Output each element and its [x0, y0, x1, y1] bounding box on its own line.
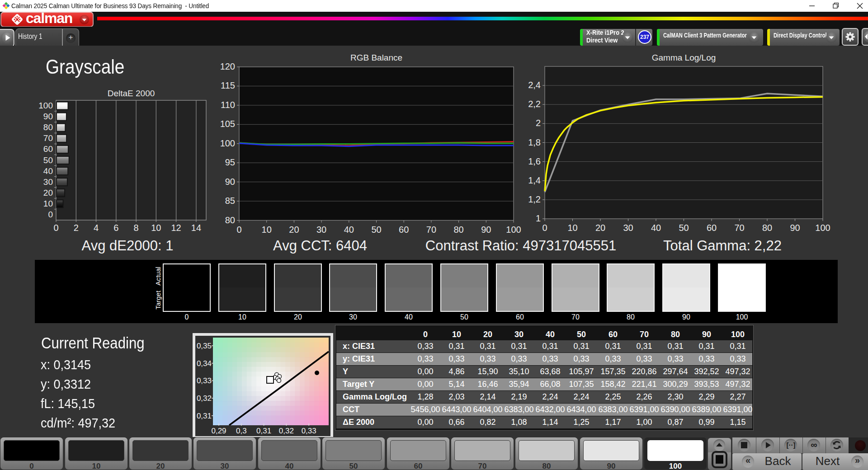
svg-text:1: 1 [536, 213, 541, 223]
svg-text:50: 50 [371, 225, 381, 234]
svg-text:60: 60 [399, 225, 409, 234]
svg-text:1,4: 1,4 [528, 175, 541, 185]
svg-text:70: 70 [43, 133, 53, 143]
svg-text:100: 100 [38, 101, 53, 110]
svg-text:4: 4 [94, 223, 99, 233]
svg-text:12: 12 [171, 223, 181, 233]
svg-text:0,31: 0,31 [197, 412, 212, 420]
svg-text:100: 100 [220, 138, 235, 148]
svg-text:60: 60 [707, 223, 717, 233]
svg-text:0: 0 [48, 210, 53, 219]
svg-text:DeltaE 2000: DeltaE 2000 [108, 89, 155, 98]
svg-text:105: 105 [220, 119, 235, 129]
svg-text:0: 0 [236, 225, 241, 234]
svg-text:20: 20 [43, 188, 53, 197]
svg-text:90: 90 [790, 223, 800, 233]
svg-text:50: 50 [679, 223, 689, 233]
svg-text:100: 100 [815, 223, 830, 233]
svg-text:20: 20 [595, 223, 605, 233]
svg-text:8: 8 [134, 223, 139, 233]
svg-text:40: 40 [344, 225, 354, 234]
svg-text:80: 80 [762, 223, 772, 233]
svg-text:Gamma Log/Log: Gamma Log/Log [652, 53, 716, 62]
svg-text:10: 10 [151, 223, 161, 233]
svg-text:40: 40 [43, 166, 53, 176]
svg-text:0,33: 0,33 [197, 376, 212, 385]
svg-text:90: 90 [225, 177, 235, 187]
svg-text:0,3: 0,3 [236, 427, 247, 435]
svg-text:1,6: 1,6 [528, 156, 541, 166]
svg-text:60: 60 [43, 144, 53, 154]
svg-text:0,35: 0,35 [197, 342, 212, 350]
svg-text:20: 20 [289, 225, 299, 234]
svg-text:1,8: 1,8 [528, 137, 541, 147]
svg-text:0: 0 [53, 223, 58, 233]
svg-text:0,31: 0,31 [256, 427, 271, 435]
svg-text:1,2: 1,2 [528, 194, 541, 204]
svg-text:40: 40 [651, 223, 661, 233]
svg-text:90: 90 [43, 112, 53, 121]
svg-text:0,33: 0,33 [302, 427, 316, 435]
svg-text:70: 70 [734, 223, 744, 233]
svg-text:115: 115 [221, 80, 235, 90]
svg-text:0: 0 [542, 223, 547, 233]
svg-text:85: 85 [225, 196, 235, 206]
svg-text:10: 10 [567, 223, 577, 233]
svg-text:RGB Balance: RGB Balance [350, 53, 402, 62]
svg-text:14: 14 [191, 223, 201, 233]
svg-text:110: 110 [221, 100, 235, 110]
svg-text:80: 80 [43, 122, 53, 132]
svg-text:80: 80 [453, 225, 463, 234]
svg-text:30: 30 [43, 177, 53, 187]
svg-text:6: 6 [113, 223, 118, 233]
svg-text:2,4: 2,4 [528, 80, 541, 90]
svg-text:10: 10 [262, 225, 272, 234]
svg-text:90: 90 [481, 225, 491, 234]
svg-text:10: 10 [43, 199, 53, 208]
svg-text:95: 95 [225, 157, 235, 167]
svg-text:30: 30 [623, 223, 633, 233]
svg-text:0,32: 0,32 [197, 394, 212, 403]
svg-text:120: 120 [220, 61, 235, 71]
svg-text:30: 30 [316, 225, 326, 234]
svg-text:0,29: 0,29 [211, 427, 226, 435]
svg-text:80: 80 [225, 215, 235, 225]
svg-text:2: 2 [74, 223, 79, 233]
svg-text:100: 100 [506, 225, 521, 234]
svg-text:70: 70 [426, 225, 436, 234]
svg-text:0,32: 0,32 [279, 427, 294, 435]
svg-text:50: 50 [43, 155, 53, 165]
svg-text:2: 2 [536, 118, 541, 128]
svg-text:2,2: 2,2 [528, 99, 541, 109]
svg-text:0,34: 0,34 [197, 359, 212, 368]
